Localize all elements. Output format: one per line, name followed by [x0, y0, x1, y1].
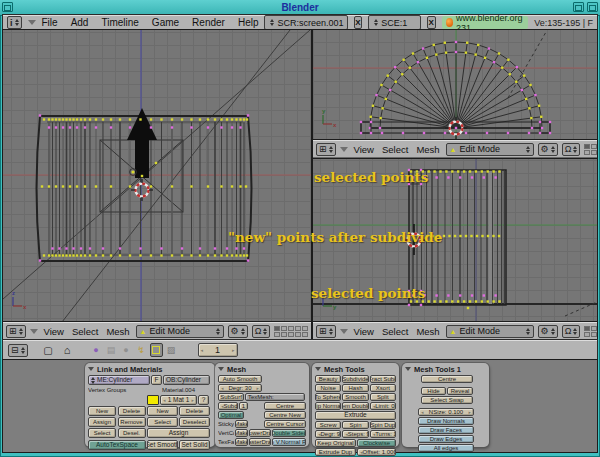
menu-mesh[interactable]: Mesh — [416, 144, 439, 155]
button-to-sphere[interactable]: To Sphere — [315, 393, 341, 401]
context-shading-icon[interactable]: ● — [120, 343, 133, 357]
panel-collapse-icon[interactable] — [218, 367, 224, 371]
draw-type-dropdown[interactable]: ⚙ — [228, 325, 248, 338]
window-type-dropdown[interactable]: i — [7, 16, 22, 29]
button-spin-dup[interactable]: Spin Dup — [370, 421, 396, 429]
button-turns-1[interactable]: Turns: 1 — [370, 430, 396, 438]
viewport-front[interactable]: zx — [3, 30, 311, 322]
button-assign-vgroup[interactable]: Assign — [88, 417, 116, 427]
menu-timeline[interactable]: Timeline — [101, 17, 138, 28]
window-close-button[interactable] — [587, 2, 598, 12]
layer-button[interactable] — [591, 150, 597, 155]
layer-button[interactable] — [274, 332, 280, 337]
button-select-swap[interactable]: Select Swap — [421, 396, 473, 404]
layer-button[interactable] — [302, 332, 308, 337]
toggle-draw-normals[interactable]: Draw Normals — [418, 417, 474, 425]
button-spin[interactable]: Spin — [342, 421, 368, 429]
button-hash[interactable]: Hash — [342, 384, 368, 392]
menu-select[interactable]: Select — [72, 326, 98, 337]
panels-layout-button[interactable]: ▢ — [42, 343, 55, 357]
button-screw[interactable]: Screw — [315, 421, 341, 429]
button-delete-material[interactable]: Delete — [179, 406, 210, 416]
button-steps-9[interactable]: Steps: 9 — [342, 430, 368, 438]
button-faster-draw[interactable]: FasterDraw — [249, 438, 271, 446]
fake-user-button[interactable]: F — [151, 375, 162, 385]
material-count-field[interactable]: 1 Mat 1 — [160, 395, 197, 405]
button-fract-subd[interactable]: Fract Subd — [370, 375, 396, 383]
button-new-vgroup[interactable]: New — [88, 406, 116, 416]
button-make-vertcol[interactable]: Make — [235, 429, 248, 437]
mesh-datablock-field[interactable]: ME:Cylinder — [88, 375, 150, 385]
menu-help[interactable]: Help — [238, 17, 259, 28]
button-reveal[interactable]: Reveal — [447, 387, 473, 395]
layer-button[interactable] — [584, 326, 590, 331]
button-flip-normals[interactable]: Flip Normals — [315, 402, 341, 410]
mode-dropdown[interactable]: ▲Edit Mode — [446, 325, 534, 338]
panel-collapse-icon[interactable] — [315, 367, 321, 371]
button-auto-smooth[interactable]: Auto Smooth — [218, 375, 262, 383]
layer-button[interactable] — [295, 326, 301, 331]
button-deselect-material[interactable]: Deselect — [179, 417, 210, 427]
viewport-type-dropdown[interactable]: ⊞ — [316, 325, 336, 338]
button-keep-original[interactable]: Keep Original — [315, 439, 356, 447]
button-hide[interactable]: Hide — [421, 387, 446, 395]
menu-game[interactable]: Game — [152, 17, 179, 28]
pivot-dropdown[interactable]: Ω — [252, 325, 271, 338]
layer-button[interactable] — [591, 326, 597, 331]
button-new-material[interactable]: New — [147, 406, 178, 416]
layer-button[interactable] — [274, 326, 280, 331]
screen-delete-button[interactable]: X — [354, 16, 363, 29]
button-subdivide[interactable]: Subdivide — [342, 375, 368, 383]
button-remove-vgroup[interactable]: Remove — [118, 417, 146, 427]
layer-button[interactable] — [302, 326, 308, 331]
button-limit-0-001[interactable]: Limit: 0.001 — [370, 402, 396, 410]
button-rem-doubles[interactable]: Rem Doubles — [342, 402, 368, 410]
field-subdiv[interactable]: Subdiv: 1 — [218, 402, 238, 410]
button-centre-2[interactable]: Centre — [421, 375, 473, 383]
menu-select[interactable]: Select — [382, 144, 408, 155]
mode-dropdown[interactable]: ▲Edit Mode — [136, 325, 224, 338]
toggle-all-edges[interactable]: All edges — [418, 444, 474, 452]
window-menu-button[interactable] — [2, 2, 13, 12]
draw-type-dropdown[interactable]: ⚙ — [538, 325, 558, 338]
button-extrude-dup[interactable]: Extrude Dup — [315, 448, 356, 456]
home-button[interactable]: ⌂ — [61, 343, 74, 357]
button-noise[interactable]: Noise — [315, 384, 341, 392]
window-maximize-button[interactable] — [573, 2, 584, 12]
layer-button[interactable] — [281, 326, 287, 331]
menu-view[interactable]: View — [44, 326, 64, 337]
layer-button[interactable] — [281, 332, 287, 337]
pivot-dropdown[interactable]: Ω — [562, 143, 581, 156]
button-select-vgroup[interactable]: Select — [88, 428, 116, 438]
button-select-material[interactable]: Select — [147, 417, 178, 427]
button-centre-cursor[interactable]: Centre Cursor — [264, 420, 306, 428]
layer-button[interactable] — [295, 332, 301, 337]
layer-button[interactable] — [591, 144, 597, 149]
header-collapse-icon[interactable] — [340, 147, 348, 152]
menu-render[interactable]: Render — [192, 17, 225, 28]
header-collapse-icon[interactable] — [340, 329, 348, 334]
header-collapse-icon[interactable] — [28, 20, 36, 25]
button-clockwise[interactable]: Clockwise — [357, 439, 396, 447]
layer-button[interactable] — [591, 332, 597, 337]
layer-button[interactable] — [584, 150, 590, 155]
button-centre[interactable]: Centre — [264, 402, 306, 410]
button-assign-material[interactable]: Assign — [147, 428, 210, 438]
toggle-draw-faces[interactable]: Draw Faces — [418, 426, 474, 434]
button-subsurf[interactable]: SubSurf — [218, 393, 244, 401]
button-centre-new[interactable]: Centre New — [264, 411, 306, 419]
button-make-sticky[interactable]: Make — [235, 420, 248, 428]
button-double-sided[interactable]: Double Sided — [272, 429, 306, 437]
layer-button[interactable] — [584, 332, 590, 337]
viewport-top[interactable]: yx — [313, 30, 597, 140]
object-name-field[interactable]: OB:Cylinder — [163, 375, 210, 385]
scene-selector[interactable]: SCE:1 — [368, 15, 420, 30]
button-autotexspace[interactable]: AutoTexSpace — [88, 440, 146, 450]
context-editing-icon[interactable] — [150, 343, 163, 357]
field-offset[interactable]: Offset: 1.000 — [357, 448, 396, 456]
panel-collapse-icon[interactable] — [88, 367, 94, 371]
menu-view[interactable]: View — [354, 144, 374, 155]
scene-delete-button[interactable]: X — [427, 16, 436, 29]
context-script-icon[interactable]: ▤ — [105, 343, 118, 357]
material-help-button[interactable]: ? — [198, 395, 209, 405]
